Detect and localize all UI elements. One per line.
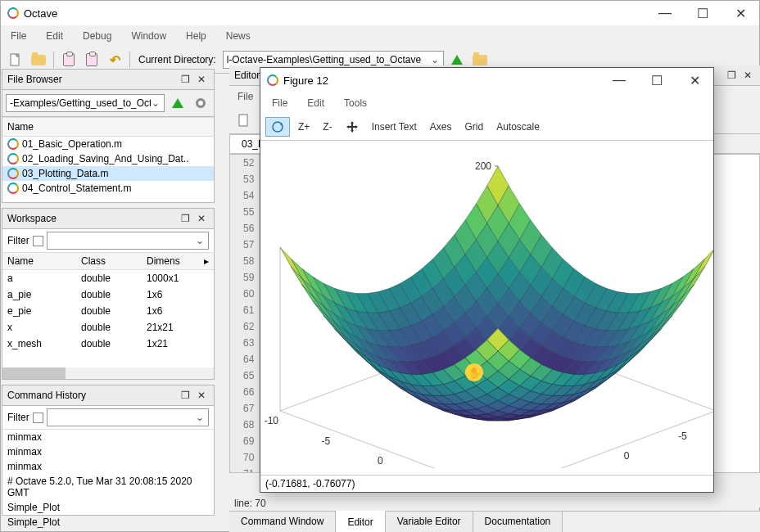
- figure-canvas[interactable]: 050100150200-10-50510-10-50510 ✋: [260, 141, 713, 468]
- figure-menu-edit[interactable]: Edit: [304, 96, 328, 110]
- tab-editor[interactable]: Editor: [336, 511, 385, 532]
- figure-pan-tool[interactable]: [341, 118, 364, 136]
- window-maximize-button[interactable]: ☐: [684, 1, 722, 25]
- panel-close-button[interactable]: ✕: [194, 73, 209, 86]
- main-window-title: Octave: [24, 7, 646, 20]
- figure-titlebar: Figure 12 — ☐ ✕: [260, 68, 713, 92]
- history-filter-label: Filter: [7, 412, 29, 423]
- editor-new-button[interactable]: [234, 110, 254, 130]
- panel-undock-button[interactable]: ❐: [178, 389, 192, 402]
- workspace-row[interactable]: adouble1000x1: [2, 270, 214, 287]
- history-filter-input[interactable]: [51, 412, 195, 423]
- figure-zoom-out-button[interactable]: Z-: [318, 119, 337, 135]
- panel-close-button[interactable]: ✕: [194, 389, 209, 402]
- workspace-filter-combo[interactable]: ⌄: [47, 232, 209, 250]
- figure-menu-tools[interactable]: Tools: [341, 96, 370, 110]
- file-name: 01_Basic_Operation.m: [22, 138, 122, 150]
- figure-rotate-tool[interactable]: [265, 117, 290, 137]
- editor-menu-file[interactable]: File: [234, 89, 256, 104]
- menu-debug[interactable]: Debug: [79, 29, 115, 43]
- figure-maximize-button[interactable]: ☐: [638, 68, 676, 92]
- workspace-row[interactable]: a_piedouble1x6: [2, 286, 214, 303]
- panel-close-button[interactable]: ✕: [194, 212, 209, 225]
- svg-text:0: 0: [378, 455, 383, 467]
- file-browser-up-button[interactable]: [168, 93, 188, 113]
- octave-logo-icon: [267, 74, 278, 86]
- workspace-row[interactable]: xdouble21x21: [2, 319, 214, 336]
- workspace-table: Name Class Dimens ▸ adouble1000x1 a_pied…: [2, 253, 214, 352]
- figure-insert-text-button[interactable]: Insert Text: [367, 119, 422, 135]
- var-dim: 1x6: [142, 303, 214, 319]
- rotate-cursor-icon: ✋: [465, 363, 483, 381]
- file-row[interactable]: 01_Basic_Operation.m: [2, 137, 214, 151]
- copy-button[interactable]: [59, 50, 79, 70]
- open-folder-button[interactable]: [29, 50, 48, 70]
- col-more[interactable]: ▸: [199, 253, 214, 270]
- octave-file-icon: [7, 153, 19, 165]
- col-dimens[interactable]: Dimens: [142, 253, 199, 270]
- menu-file[interactable]: File: [7, 29, 29, 43]
- file-row[interactable]: 04_Control_Statement.m: [2, 181, 214, 196]
- figure-menu-file[interactable]: File: [269, 96, 291, 110]
- file-browser-path-input[interactable]: [10, 97, 151, 109]
- col-class[interactable]: Class: [76, 253, 142, 270]
- current-directory-input[interactable]: [227, 54, 430, 65]
- figure-autoscale-button[interactable]: Autoscale: [491, 119, 545, 135]
- history-item[interactable]: minmax: [2, 444, 214, 459]
- menu-news[interactable]: News: [223, 29, 254, 43]
- undo-button[interactable]: ↶: [105, 50, 124, 70]
- workspace-filter-input[interactable]: [51, 235, 195, 246]
- history-item[interactable]: # Octave 5.2.0, Tue Mar 31 20:08:15 2020…: [2, 474, 214, 500]
- workspace-filter-checkbox[interactable]: [33, 236, 43, 246]
- file-browser-panel: File Browser ❐ ✕ ⌄ Name 01_Basic_Operati…: [2, 69, 215, 203]
- panel-undock-button[interactable]: ❐: [178, 212, 192, 225]
- history-item[interactable]: minmax: [2, 459, 214, 474]
- col-name[interactable]: Name: [2, 253, 76, 270]
- history-item[interactable]: minmax: [2, 430, 214, 444]
- figure-grid-button[interactable]: Grid: [460, 119, 489, 135]
- workspace-row[interactable]: x_meshdouble1x21: [2, 336, 214, 352]
- var-class: double: [76, 270, 142, 287]
- file-browser-path-combo[interactable]: ⌄: [6, 94, 165, 112]
- figure-zoom-in-button[interactable]: Z+: [293, 119, 314, 135]
- panel-undock-button[interactable]: ❐: [178, 73, 192, 86]
- file-name: 04_Control_Statement.m: [22, 183, 131, 194]
- menu-window[interactable]: Window: [128, 29, 170, 43]
- history-item[interactable]: Simple_Plot: [2, 515, 214, 530]
- history-filter-combo[interactable]: ⌄: [47, 408, 209, 426]
- file-browser-settings-button[interactable]: [191, 93, 210, 113]
- editor-status-line: line: 70: [229, 495, 271, 512]
- menu-help[interactable]: Help: [183, 29, 210, 43]
- new-file-button[interactable]: [6, 50, 25, 70]
- surface-plot: 050100150200-10-50510-10-50510: [260, 141, 713, 468]
- workspace-row[interactable]: e_piedouble1x6: [2, 303, 214, 319]
- svg-text:-5: -5: [678, 431, 687, 442]
- file-row-selected[interactable]: 03_Plotting_Data.m: [2, 166, 214, 181]
- figure-minimize-button[interactable]: —: [600, 68, 638, 92]
- history-item[interactable]: Simple_Plot: [2, 500, 214, 515]
- file-list-header-name[interactable]: Name: [2, 117, 214, 137]
- history-filter-checkbox[interactable]: [33, 413, 43, 423]
- tab-command-window[interactable]: Command Window: [229, 512, 336, 532]
- tab-variable-editor[interactable]: Variable Editor: [386, 512, 473, 532]
- scrollbar-thumb[interactable]: [2, 367, 66, 379]
- panel-undock-button[interactable]: ❐: [724, 69, 739, 82]
- window-minimize-button[interactable]: —: [646, 1, 684, 25]
- menu-edit[interactable]: Edit: [43, 29, 66, 43]
- svg-text:0: 0: [624, 450, 630, 462]
- file-row[interactable]: 02_Loading_Saving_And_Using_Dat..: [2, 151, 214, 166]
- history-list[interactable]: minmax minmax minmax # Octave 5.2.0, Tue…: [2, 430, 214, 530]
- workspace-filter-label: Filter: [7, 235, 29, 246]
- figure-axes-button[interactable]: Axes: [425, 119, 457, 135]
- file-browser-list[interactable]: Name 01_Basic_Operation.m 02_Loading_Sav…: [2, 117, 214, 196]
- main-menubar: File Edit Debug Window Help News: [1, 25, 759, 47]
- tab-documentation[interactable]: Documentation: [473, 512, 563, 532]
- clipboard-paste-icon: [86, 53, 97, 66]
- history-filter-row: Filter ⌄: [2, 406, 214, 430]
- var-dim: 1000x1: [142, 270, 214, 287]
- panel-close-button[interactable]: ✕: [740, 69, 755, 82]
- window-close-button[interactable]: ✕: [722, 1, 759, 25]
- paste-button[interactable]: [82, 50, 102, 70]
- workspace-hscroll[interactable]: [2, 367, 214, 379]
- figure-close-button[interactable]: ✕: [676, 68, 713, 92]
